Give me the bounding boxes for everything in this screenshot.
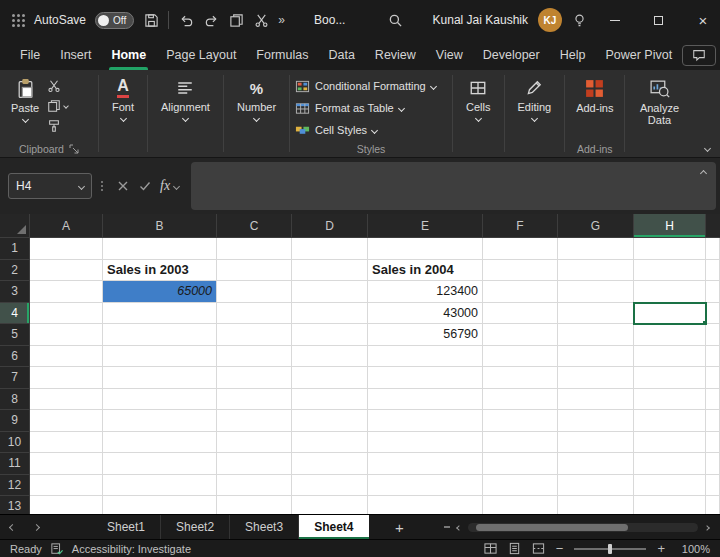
cell-E5[interactable]: 56790 [368, 324, 483, 346]
cell-E6[interactable] [368, 346, 483, 368]
copy-icon[interactable] [228, 12, 244, 28]
sheet-nav-right-icon[interactable] [24, 515, 48, 539]
cell-E11[interactable] [368, 453, 483, 475]
ribbon-tab-home[interactable]: Home [101, 40, 156, 70]
cell-G1[interactable] [558, 238, 634, 260]
cell-C10[interactable] [217, 432, 292, 454]
cell-D9[interactable] [292, 410, 368, 432]
insert-function-button[interactable]: fx [160, 178, 179, 194]
cell-C8[interactable] [217, 389, 292, 411]
cell-F7[interactable] [483, 367, 558, 389]
cell-E10[interactable] [368, 432, 483, 454]
cell-H4[interactable] [634, 303, 706, 325]
column-header-C[interactable]: C [217, 214, 292, 238]
row-header-5[interactable]: 5 [0, 324, 30, 346]
zoom-level[interactable]: 100% [676, 543, 710, 555]
number-button[interactable]: % Number [229, 74, 284, 125]
autosave-toggle[interactable]: Off [95, 12, 134, 29]
cell-E4[interactable]: 43000 [368, 303, 483, 325]
cell-B8[interactable] [103, 389, 217, 411]
cell-F4[interactable] [483, 303, 558, 325]
scrollbar-thumb[interactable] [476, 524, 628, 531]
column-header-F[interactable]: F [483, 214, 558, 238]
cell-B10[interactable] [103, 432, 217, 454]
qat-overflow-icon[interactable]: » [278, 13, 285, 27]
column-header-G[interactable]: G [558, 214, 634, 238]
row-header-13[interactable]: 13 [0, 496, 30, 514]
cell-H12[interactable] [634, 475, 706, 497]
cell-H11[interactable] [634, 453, 706, 475]
cell-D6[interactable] [292, 346, 368, 368]
row-header-12[interactable]: 12 [0, 475, 30, 497]
cell-G9[interactable] [558, 410, 634, 432]
cell-G8[interactable] [558, 389, 634, 411]
cell-C11[interactable] [217, 453, 292, 475]
cell-G5[interactable] [558, 324, 634, 346]
sheet-tab-sheet1[interactable]: Sheet1 [92, 515, 161, 539]
cell-F1[interactable] [483, 238, 558, 260]
cell-A9[interactable] [30, 410, 103, 432]
ribbon-tab-formulas[interactable]: Formulas [246, 40, 318, 70]
zoom-in-button[interactable]: + [657, 541, 665, 556]
column-header-A[interactable]: A [30, 214, 103, 238]
cell-H1[interactable] [634, 238, 706, 260]
sheet-tab-sheet4[interactable]: Sheet4 [299, 515, 368, 539]
editing-button[interactable]: Editing [510, 74, 560, 125]
cell-B1[interactable] [103, 238, 217, 260]
avatar[interactable]: KJ [538, 8, 562, 32]
row-header-4[interactable]: 4 [0, 303, 30, 325]
close-button[interactable]: × [686, 0, 720, 40]
alignment-button[interactable]: Alignment [153, 74, 218, 125]
cell-F5[interactable] [483, 324, 558, 346]
row-header-1[interactable]: 1 [0, 238, 30, 260]
cell-C6[interactable] [217, 346, 292, 368]
analyze-data-button[interactable]: Analyze Data [630, 74, 688, 130]
format-painter-button[interactable] [47, 119, 68, 133]
cell-E12[interactable] [368, 475, 483, 497]
cell-G13[interactable] [558, 496, 634, 514]
cut-button[interactable] [47, 79, 68, 93]
zoom-out-button[interactable]: − [556, 541, 564, 556]
cell-F10[interactable] [483, 432, 558, 454]
row-header-9[interactable]: 9 [0, 410, 30, 432]
ribbon-tab-file[interactable]: File [10, 40, 50, 70]
cell-H6[interactable] [634, 346, 706, 368]
cell-A6[interactable] [30, 346, 103, 368]
lightbulb-icon[interactable] [572, 12, 588, 28]
row-header-2[interactable]: 2 [0, 260, 30, 282]
cell-B12[interactable] [103, 475, 217, 497]
cell-C7[interactable] [217, 367, 292, 389]
search-icon[interactable] [387, 12, 403, 28]
ribbon-tab-help[interactable]: Help [550, 40, 596, 70]
formula-bar-grip-icon[interactable] [101, 181, 103, 191]
cell-B2[interactable]: Sales in 2003 [103, 260, 217, 282]
zoom-slider[interactable] [574, 544, 646, 554]
redo-icon[interactable] [203, 12, 219, 28]
cell-B13[interactable] [103, 496, 217, 514]
ribbon-tab-page-layout[interactable]: Page Layout [156, 40, 246, 70]
paste-button[interactable]: Paste [5, 74, 45, 126]
row-header-7[interactable]: 7 [0, 367, 30, 389]
cell-B4[interactable] [103, 303, 217, 325]
scroll-left-icon[interactable] [454, 526, 464, 530]
cell-C4[interactable] [217, 303, 292, 325]
cell-H10[interactable] [634, 432, 706, 454]
copy-button[interactable] [47, 99, 68, 113]
cell-F3[interactable] [483, 281, 558, 303]
cell-B11[interactable] [103, 453, 217, 475]
save-icon[interactable] [143, 12, 159, 28]
clipboard-dialog-launcher-icon[interactable] [69, 144, 79, 154]
enter-button[interactable] [134, 175, 156, 197]
cell-F11[interactable] [483, 453, 558, 475]
font-button[interactable]: A Font [104, 74, 142, 125]
app-launcher-icon[interactable] [12, 14, 25, 27]
cell-B3[interactable]: 65000 [103, 281, 217, 303]
user-name[interactable]: Kunal Jai Kaushik [433, 13, 528, 27]
cell-E8[interactable] [368, 389, 483, 411]
cell-C3[interactable] [217, 281, 292, 303]
ribbon-tab-developer[interactable]: Developer [473, 40, 550, 70]
cell-D8[interactable] [292, 389, 368, 411]
cancel-button[interactable] [112, 175, 134, 197]
comments-button[interactable] [682, 45, 716, 66]
cell-C2[interactable] [217, 260, 292, 282]
